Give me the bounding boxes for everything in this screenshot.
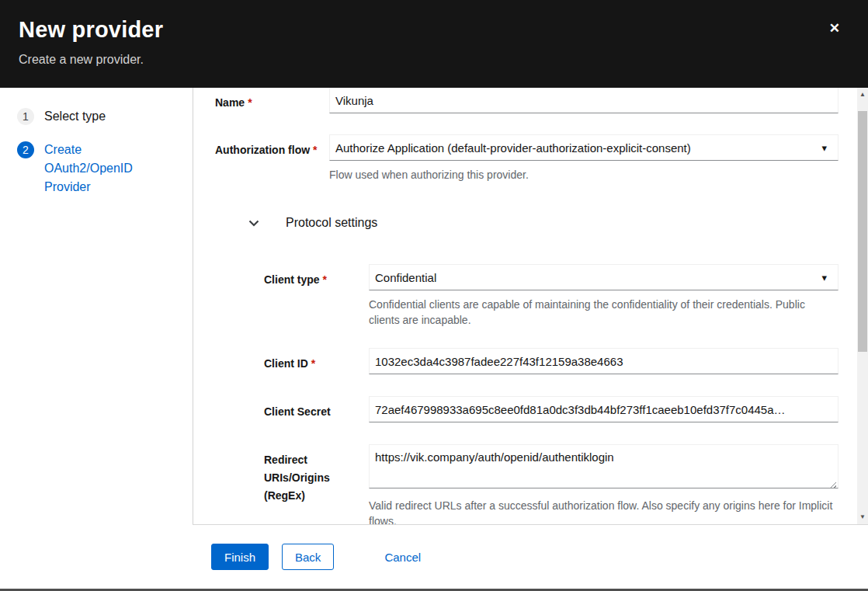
required-indicator: * [323,273,327,286]
protocol-settings-title: Protocol settings [286,216,377,230]
client-id-row: Client ID* [215,348,838,374]
client-id-input[interactable] [369,348,838,374]
wizard-step-label: Create OAuth2/OpenID Provider [44,141,151,196]
wizard-footer: Finish Back Cancel [193,524,868,589]
protocol-settings-toggle[interactable]: Protocol settings [215,216,838,230]
client-id-label: Client ID* [264,348,369,373]
wizard-step-create-oauth2-provider[interactable]: 2 Create OAuth2/OpenID Provider [17,141,151,196]
name-label: Name* [215,88,329,112]
name-field-row: Name* [215,88,838,113]
name-input[interactable] [329,88,838,113]
required-indicator: * [311,357,315,370]
wizard-step-select-type[interactable]: 1 Select type [17,107,151,126]
client-type-help: Confidential clients are capable of main… [369,297,838,328]
chevron-down-icon [248,220,259,227]
redirect-uris-row: Redirect URIs/Origins (RegEx) https://vi… [215,444,838,524]
caret-down-icon: ▾ [821,273,827,283]
authorization-flow-row: Authorization flow* Authorize Applicatio… [215,134,838,183]
authorization-flow-value: Authorize Application (default-provider-… [335,141,691,155]
client-type-select[interactable]: Confidential ▾ [369,264,838,290]
back-button[interactable]: Back [282,544,334,570]
scroll-up-icon[interactable]: ▲ [857,90,868,99]
modal-header: New provider Create a new provider. ✕ [0,0,868,88]
modal-title: New provider [19,17,849,43]
wizard-nav: 1 Select type 2 Create OAuth2/OpenID Pro… [0,88,193,589]
authorization-flow-help: Flow used when authorizing this provider… [329,167,838,183]
vertical-scrollbar[interactable]: ▲ ▼ [857,88,868,524]
scrollbar-thumb[interactable] [858,111,867,352]
close-icon: ✕ [829,21,840,36]
client-type-label: Client type* [264,264,369,289]
client-secret-row: Client Secret [215,396,838,422]
authorization-flow-label: Authorization flow* [215,134,329,159]
wizard-step-label: Select type [44,107,106,126]
required-indicator: * [313,144,317,156]
step-number-badge: 2 [17,141,34,158]
authorization-flow-select[interactable]: Authorize Application (default-provider-… [329,134,838,161]
wizard-main: Name* Authorization flow* Authorize Appl… [193,88,868,589]
new-provider-modal: New provider Create a new provider. ✕ 1 … [0,0,868,591]
modal-body: 1 Select type 2 Create OAuth2/OpenID Pro… [0,88,868,589]
client-secret-input[interactable] [369,396,838,422]
required-indicator: * [248,96,252,109]
client-secret-label: Client Secret [264,396,369,421]
close-button[interactable]: ✕ [826,19,843,38]
redirect-uris-help: Valid redirect URLs after a successful a… [369,498,838,524]
redirect-uris-textarea[interactable]: https://vik.company/auth/openid/authenti… [369,444,838,488]
cancel-button[interactable]: Cancel [372,544,433,570]
provider-form: Name* Authorization flow* Authorize Appl… [193,88,857,524]
form-scroll-area: Name* Authorization flow* Authorize Appl… [193,88,868,524]
client-type-value: Confidential [375,271,436,284]
scroll-down-icon[interactable]: ▼ [857,513,868,522]
client-type-row: Client type* Confidential ▾ Confidential… [215,264,838,328]
finish-button[interactable]: Finish [211,544,269,570]
redirect-uris-label: Redirect URIs/Origins (RegEx) [264,444,369,505]
modal-subtitle: Create a new provider. [19,53,849,67]
caret-down-icon: ▾ [821,143,827,153]
step-number-badge: 1 [17,108,34,125]
